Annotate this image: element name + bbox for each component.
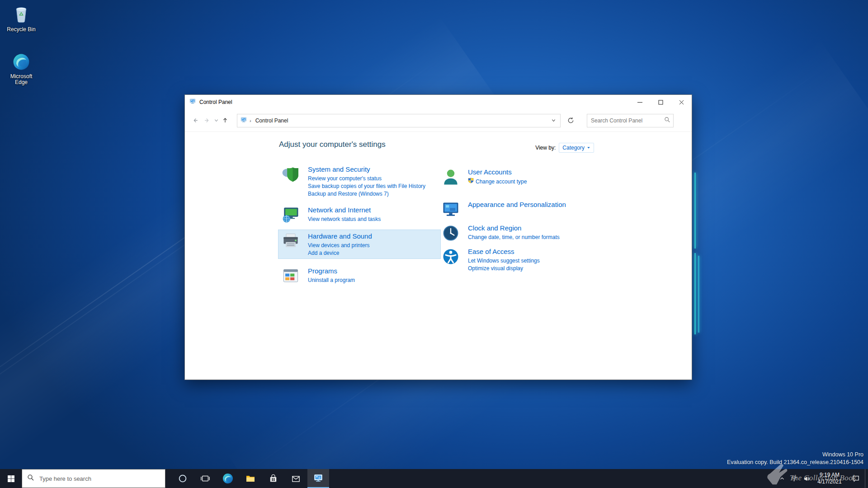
watermark-edition: Windows 10 Pro — [727, 451, 863, 459]
category-title[interactable]: Appearance and Personalization — [468, 200, 566, 209]
category-appearance-and-personalization[interactable]: Appearance and Personalization — [438, 198, 637, 221]
system-tray: 9:19 AM 4/17/2021 — [776, 469, 868, 488]
category-title[interactable]: Network and Internet — [308, 206, 381, 215]
taskbar-edge-button[interactable] — [217, 469, 239, 488]
cortana-button[interactable] — [172, 469, 193, 488]
maximize-button[interactable] — [650, 95, 671, 109]
task-link[interactable]: Save backup copies of your files with Fi… — [308, 183, 425, 190]
category-system-and-security[interactable]: System and Security Review your computer… — [278, 163, 441, 200]
taskbar-mail-button[interactable] — [285, 469, 307, 488]
taskbar-store-button[interactable] — [262, 469, 284, 488]
category-title[interactable]: Hardware and Sound — [308, 232, 372, 241]
task-link[interactable]: Change account type — [468, 178, 527, 186]
taskbar-control-panel-button[interactable] — [307, 469, 329, 488]
category-title[interactable]: Programs — [308, 267, 355, 276]
screen-artifact-line — [694, 173, 696, 249]
task-link[interactable]: Let Windows suggest settings — [468, 257, 540, 265]
clock-region-icon[interactable] — [441, 223, 461, 243]
control-panel-icon — [313, 473, 324, 483]
window-title: Control Panel — [199, 99, 232, 105]
start-button[interactable] — [0, 469, 22, 488]
close-button[interactable] — [671, 95, 692, 109]
taskbar-search-input[interactable] — [38, 475, 160, 483]
refresh-button[interactable] — [564, 114, 577, 127]
address-bar[interactable]: › Control Panel — [237, 114, 561, 127]
control-panel-window-icon — [189, 98, 196, 107]
minimize-button[interactable] — [629, 95, 650, 109]
taskbar: 9:19 AM 4/17/2021 — [0, 469, 868, 488]
microsoft-store-icon — [268, 474, 278, 484]
mail-icon — [291, 474, 301, 484]
search-icon — [27, 474, 34, 483]
task-link[interactable]: View devices and printers — [308, 242, 372, 249]
category-hardware-and-sound[interactable]: Hardware and Sound View devices and prin… — [278, 230, 441, 259]
recent-locations-dropdown[interactable] — [213, 115, 219, 127]
address-dropdown-button[interactable] — [548, 114, 558, 127]
task-link[interactable]: Add a device — [308, 249, 372, 257]
user-accounts-icon[interactable] — [441, 167, 461, 187]
hardware-sound-icon[interactable] — [281, 231, 301, 251]
tray-volume-button[interactable] — [800, 469, 812, 488]
edge-icon — [222, 473, 233, 484]
category-title[interactable]: Ease of Access — [468, 247, 540, 256]
action-center-button[interactable] — [847, 469, 865, 488]
volume-icon — [803, 475, 810, 482]
search-input[interactable] — [590, 117, 664, 124]
appearance-personalization-icon[interactable] — [441, 200, 461, 220]
network-icon — [791, 475, 797, 482]
desktop-icon-microsoft-edge[interactable]: Microsoft Edge — [4, 53, 39, 85]
ease-of-access-icon[interactable] — [441, 247, 461, 267]
programs-icon[interactable] — [281, 266, 301, 286]
category-title[interactable]: User Accounts — [468, 168, 527, 177]
taskbar-clock[interactable]: 9:19 AM 4/17/2021 — [812, 469, 847, 488]
up-button[interactable] — [219, 115, 231, 127]
breadcrumb-icon — [240, 116, 247, 125]
back-button[interactable] — [189, 115, 201, 127]
system-security-icon[interactable] — [281, 164, 301, 184]
task-link[interactable]: Optimize visual display — [468, 265, 540, 272]
taskbar-search[interactable] — [22, 469, 165, 488]
show-desktop-button[interactable] — [865, 469, 868, 488]
view-by-dropdown[interactable]: Category — [559, 143, 594, 153]
category-programs[interactable]: Programs Uninstall a program — [278, 264, 441, 288]
desktop-icon-recycle-bin[interactable]: Recycle Bin — [4, 5, 39, 33]
category-user-accounts[interactable]: User Accounts Change account typ — [438, 165, 637, 189]
clock-time: 9:19 AM — [820, 472, 840, 479]
task-link[interactable]: View network status and tasks — [308, 216, 381, 223]
category-network-and-internet[interactable]: Network and Internet View network status… — [278, 203, 441, 227]
category-clock-and-region[interactable]: Clock and Region Change date, time, or n… — [438, 221, 637, 245]
forward-button[interactable] — [201, 115, 213, 127]
task-link[interactable]: Change date, time, or number formats — [468, 234, 560, 241]
control-panel-content: Adjust your computer's settings View by:… — [185, 132, 692, 380]
view-by-control: View by: Category — [535, 143, 594, 153]
search-icon[interactable] — [664, 117, 670, 125]
category-title[interactable]: Clock and Region — [468, 224, 560, 233]
chevron-down-icon — [587, 146, 590, 150]
task-link[interactable]: Review your computer's status — [308, 175, 425, 183]
evaluation-watermark: Windows 10 Pro Evaluation copy. Build 21… — [727, 451, 863, 466]
category-column-left: System and Security Review your computer… — [278, 163, 441, 288]
task-link[interactable]: Backup and Restore (Windows 7) — [308, 190, 425, 198]
category-title[interactable]: System and Security — [308, 165, 425, 174]
tray-show-hidden-icons-button[interactable] — [776, 469, 788, 488]
breadcrumb-chevron[interactable]: › — [250, 118, 251, 123]
control-panel-search[interactable] — [587, 114, 674, 127]
desktop-icon-label: Microsoft Edge — [4, 74, 39, 85]
titlebar[interactable]: Control Panel — [185, 95, 692, 109]
recycle-bin-icon — [12, 5, 30, 25]
screen-artifact-line — [698, 256, 699, 333]
task-link[interactable]: Uninstall a program — [308, 277, 355, 284]
task-view-button[interactable] — [194, 469, 216, 488]
breadcrumb[interactable]: Control Panel — [254, 117, 290, 125]
action-center-icon — [852, 474, 860, 483]
category-ease-of-access[interactable]: Ease of Access Let Windows suggest setti… — [438, 245, 637, 274]
category-column-right: User Accounts Change account typ — [438, 165, 637, 274]
tray-network-button[interactable] — [788, 469, 800, 488]
file-explorer-icon — [245, 473, 256, 484]
clock-date: 4/17/2021 — [817, 479, 841, 485]
page-title: Adjust your computer's settings — [279, 140, 386, 149]
network-internet-icon[interactable] — [281, 205, 301, 225]
desktop-icon-label: Recycle Bin — [7, 27, 35, 33]
task-view-icon — [200, 474, 210, 483]
taskbar-file-explorer-button[interactable] — [240, 469, 261, 488]
